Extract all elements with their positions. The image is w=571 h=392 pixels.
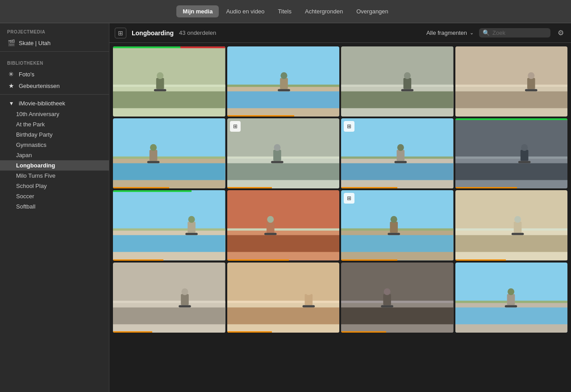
svg-point-110 [507,288,514,295]
video-thumb[interactable] [455,190,568,260]
sidebar-subitem-japan[interactable]: Japan [0,150,109,160]
toolbar: Mijn media Audio en video Titels Achterg… [0,0,571,23]
fragment-selector[interactable]: Alle fragmenten ⌄ [426,29,474,36]
svg-rect-58 [113,235,225,252]
svg-rect-30 [113,163,225,180]
sidebar-subitem-label: At the Park [16,121,45,128]
svg-rect-48 [394,161,407,163]
video-thumb[interactable] [113,190,225,260]
sidebar-subitem-label: 10th Anniversary [16,111,59,117]
video-thumb[interactable]: ⊞ [341,118,454,188]
sidebar-subitem-label: Longboarding [16,162,55,169]
tab-audio-en-video[interactable]: Audio en video [220,5,271,17]
section-label-bibliotheken: BIBLIOTHEKEN [0,54,109,68]
svg-rect-76 [388,233,400,235]
photos-icon: ✳ [7,71,15,78]
main-container: PROJECTMEDIA 🎬 Skate | Utah BIBLIOTHEKEN… [0,23,571,392]
video-thumb[interactable] [113,118,225,188]
sidebar-item-label: Foto's [19,71,102,78]
video-thumb[interactable] [227,263,340,333]
video-thumb[interactable] [341,46,454,117]
svg-rect-37 [227,163,340,180]
svg-point-75 [391,216,397,223]
svg-point-40 [274,144,280,151]
sidebar-subitem-longboarding[interactable]: Longboarding [0,160,109,171]
svg-rect-53 [520,150,528,161]
tab-titels[interactable]: Titels [271,5,298,17]
video-thumb[interactable]: ⊞ [227,118,340,188]
content-title: Longboarding [132,29,174,37]
video-thumb[interactable] [455,263,568,333]
svg-rect-95 [304,294,313,305]
svg-rect-41 [271,161,283,163]
sidebar-item-skate-utah[interactable]: 🎬 Skate | Utah [0,37,109,49]
tab-overgangen[interactable]: Overgangen [350,5,395,17]
grid-toggle-button[interactable]: ⊞ [115,28,126,38]
used-badge-icon: ⊞ [344,193,354,204]
svg-rect-46 [396,150,404,161]
bottom-bar-indicator [227,115,340,117]
video-thumb[interactable] [113,263,225,333]
svg-rect-59 [113,229,225,231]
search-input[interactable] [492,29,542,36]
section-label-projectmedia: PROJECTMEDIA [0,23,109,37]
bottom-bar-indicator [113,259,225,261]
sidebar-item-fotos[interactable]: ✳ Foto's [0,68,109,80]
top-bar-indicator [113,190,225,192]
tab-achtergronden[interactable]: Achtergronden [299,5,349,17]
video-thumb[interactable] [341,263,454,333]
svg-rect-65 [227,235,340,252]
sidebar-subitem-10th-anniversary[interactable]: 10th Anniversary [0,109,109,119]
sidebar-item-label: iMovie-bibliotheek [19,100,102,107]
svg-rect-34 [147,161,160,163]
bottom-bar-indicator [227,187,340,188]
search-icon: 🔍 [483,29,490,36]
top-bar-indicator [113,46,225,48]
chevron-down-icon: ⌄ [470,30,474,36]
svg-rect-51 [455,163,568,180]
svg-rect-39 [273,150,281,161]
sidebar-subitem-milo-turns-five[interactable]: Milo Turns Five [0,171,109,181]
sidebar-subitem-gymnastics[interactable]: Gymnastics [0,140,109,150]
svg-rect-32 [150,150,158,161]
content-header: ⊞ Longboarding 43 onderdelen Alle fragme… [109,23,571,43]
chevron-down-icon: ▾ [7,100,15,107]
video-thumb[interactable] [455,118,568,188]
svg-point-54 [521,144,528,151]
settings-button[interactable]: ⚙ [556,27,566,39]
svg-rect-13 [278,89,290,92]
sidebar-subitem-label: Gymnastics [16,142,46,148]
sidebar-item-label: Gebeurtenissen [19,83,102,89]
svg-rect-27 [525,89,537,92]
tab-mijn-media[interactable]: Mijn media [176,5,219,17]
bottom-bar-indicator [113,331,225,333]
sidebar-subitem-softball[interactable]: Softball [0,201,109,212]
sidebar: PROJECTMEDIA 🎬 Skate | Utah BIBLIOTHEKEN… [0,23,109,392]
video-thumb[interactable] [113,46,225,117]
video-thumb[interactable]: ⊞ [341,190,454,260]
sidebar-subitem-soccer[interactable]: Soccer [0,191,109,201]
video-thumb[interactable] [455,46,568,117]
sidebar-item-imovie-library[interactable]: ▾ iMovie-bibliotheek [0,97,109,109]
svg-rect-3 [113,85,225,87]
svg-rect-38 [227,157,340,159]
svg-rect-88 [181,294,189,305]
sidebar-subitem-school-play[interactable]: School Play [0,181,109,191]
sidebar-subitem-birthday-party[interactable]: Birthday Party [0,129,109,140]
svg-point-89 [181,288,188,295]
svg-rect-83 [511,233,524,235]
sidebar-item-gebeurtenissen[interactable]: ★ Gebeurtenissen [0,80,109,92]
bottom-bar-indicator [113,187,225,188]
svg-point-61 [188,216,195,223]
sidebar-subitem-label: Birthday Party [16,131,53,138]
bottom-bar-indicator [341,187,454,188]
video-thumb[interactable] [227,190,340,260]
svg-rect-100 [341,307,454,324]
video-thumb[interactable] [227,46,340,117]
sidebar-subitem-at-the-park[interactable]: At the Park [0,119,109,129]
bottom-bar-indicator [341,331,454,333]
svg-rect-25 [527,78,535,89]
bottom-bar-indicator [455,187,568,188]
svg-rect-107 [455,307,568,324]
svg-point-26 [528,72,534,79]
